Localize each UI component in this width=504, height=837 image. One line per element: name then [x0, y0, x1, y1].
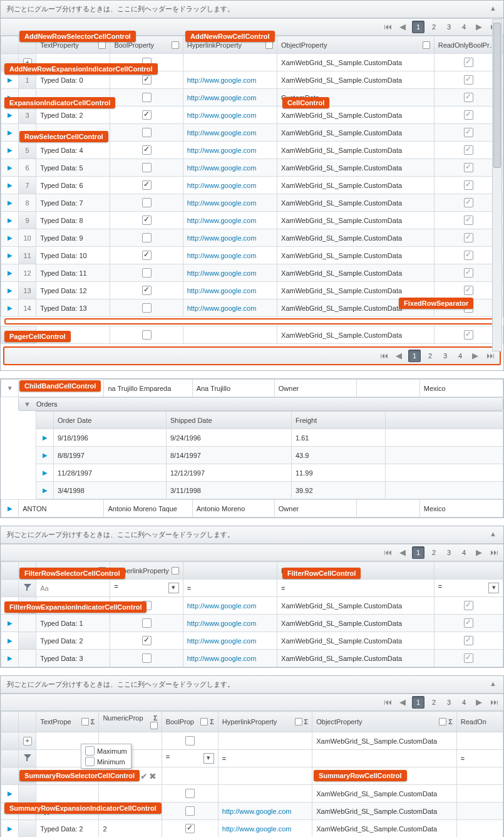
cell-text[interactable]: Typed Data: 2: [36, 107, 110, 124]
cell-object[interactable]: XamWebGrid_SL_Sample.CustomData: [277, 107, 435, 124]
expand-icon[interactable]: ▶: [43, 469, 48, 476]
table-row[interactable]: ▶9/18/19969/24/19961.61: [36, 429, 503, 447]
expand-icon[interactable]: ▶: [8, 252, 13, 259]
cell-shipped[interactable]: 12/12/1997: [167, 464, 292, 482]
cell-hyper[interactable]: [218, 785, 312, 803]
cell-freight[interactable]: 1.61: [292, 429, 386, 447]
expand-cell[interactable]: ▶: [1, 159, 19, 177]
pager-page[interactable]: 4: [455, 350, 466, 361]
table-row[interactable]: ▶Typed Data: 2http://www.google.comXamWe…: [1, 632, 503, 650]
hyperlink[interactable]: http://www.google.com: [187, 269, 257, 277]
pager-first-icon[interactable]: ⏮: [382, 697, 393, 708]
hyperlink[interactable]: http://www.google.com: [187, 199, 257, 207]
cell-object[interactable]: XamWebGrid_SL_Sample.CustomData: [277, 194, 435, 212]
pager-first-icon[interactable]: ⏮: [378, 350, 389, 361]
table-row[interactable]: ▶11Typed Data: 10http://www.google.comXa…: [1, 247, 503, 264]
sigma-icon[interactable]: Σ: [91, 718, 95, 725]
table-row[interactable]: ▶XamWebGrid_SL_Sample.CustomData: [1, 785, 503, 803]
table-row[interactable]: ▶7Typed Data: 6http://www.google.comXamW…: [1, 177, 503, 194]
row-selector[interactable]: 10: [19, 229, 36, 247]
cell-hyper[interactable]: http://www.google.com: [218, 820, 312, 838]
summary-opt[interactable]: Minimum: [83, 756, 130, 767]
groupby-area[interactable]: 列ごとにグループ分けするときは、ここに列ヘッダーをドラッグします。 ▲: [1, 526, 503, 544]
table-row[interactable]: ▶3/4/19983/11/199839.92: [36, 482, 503, 499]
pager-last-icon[interactable]: ⏭: [485, 350, 496, 361]
cell-text[interactable]: Typed Data: 2: [36, 632, 110, 650]
expand-icon[interactable]: ▶: [8, 620, 13, 626]
expand-icon[interactable]: ▶: [8, 112, 13, 118]
pager-prev-icon[interactable]: ◀: [397, 547, 408, 558]
pin-icon[interactable]: [172, 41, 179, 49]
col-shipped[interactable]: Shipped Date: [167, 412, 292, 429]
row-selector[interactable]: 7: [19, 177, 36, 194]
pin-icon[interactable]: [200, 718, 208, 725]
cell-bool[interactable]: [110, 212, 183, 229]
cell-hyper[interactable]: http://www.google.com: [183, 107, 277, 124]
cell-object[interactable]: XamWebGrid_SL_Sample.CustomData: [277, 71, 435, 89]
expand-cell[interactable]: ▶: [1, 124, 19, 142]
hyperlink[interactable]: http://www.google.com: [187, 182, 257, 189]
pager-page[interactable]: 1: [408, 350, 421, 362]
cell-shipped[interactable]: 3/11/1998: [167, 482, 292, 499]
pin-icon[interactable]: [295, 718, 302, 725]
filter-object[interactable]: =: [277, 580, 435, 597]
pager-page[interactable]: 2: [428, 21, 440, 33]
pager-last-icon[interactable]: ⏭: [488, 547, 500, 558]
cell-shipped[interactable]: 9/24/1996: [167, 429, 292, 447]
filter-row[interactable]: = =▾ = =: [1, 750, 503, 767]
table-row[interactable]: ▶Typed Data: 1http://www.google.comXamWe…: [1, 615, 503, 632]
sigma-icon[interactable]: Σ: [304, 718, 309, 725]
cell-object[interactable]: XamWebGrid_SL_Sample.CustomData: [277, 124, 435, 142]
addnew-object[interactable]: XamWebGrid_SL_Sample.CustomData: [277, 54, 435, 71]
sigma-icon[interactable]: Σ: [153, 714, 158, 722]
cell-object[interactable]: XamWebGrid_SL_Sample.CustomData: [277, 615, 435, 632]
col-hyper[interactable]: HyperlinkPropertyΣ: [218, 712, 312, 732]
expand-cell[interactable]: ▶: [1, 177, 19, 194]
cell-bool[interactable]: [110, 107, 183, 124]
pin-icon[interactable]: [423, 41, 430, 49]
pager-page[interactable]: 3: [443, 21, 455, 33]
cell-hyper[interactable]: http://www.google.com: [183, 89, 277, 107]
expand-cell[interactable]: ▶: [1, 229, 19, 247]
pager-first-icon[interactable]: ⏮: [382, 547, 393, 558]
cell-bool[interactable]: [110, 177, 183, 194]
filter-text[interactable]: Aa: [36, 580, 110, 597]
summary-exp-cell[interactable]: [1, 767, 19, 785]
col-num[interactable]: NumericPropΣ: [99, 712, 162, 732]
pin-icon[interactable]: [150, 722, 158, 729]
cell-bool[interactable]: [110, 650, 183, 667]
cell-hyper[interactable]: http://www.google.com: [183, 597, 277, 615]
hyperlink[interactable]: http://www.google.com: [187, 252, 257, 259]
expand-cell[interactable]: ▶: [1, 299, 19, 317]
cell-object[interactable]: XamWebGrid_SL_Sample.CustomData: [277, 597, 435, 615]
cell-hyper[interactable]: http://www.google.com: [183, 632, 277, 650]
filter-selector-cell[interactable]: [19, 580, 36, 597]
pager-page[interactable]: 3: [440, 350, 451, 361]
cell-object[interactable]: XamWebGrid_SL_Sample.CustomData: [277, 650, 435, 667]
cell-text[interactable]: Typed Data: 7: [36, 194, 110, 212]
expand-cell[interactable]: ▶: [1, 247, 19, 264]
pager-next-icon[interactable]: ▶: [470, 350, 481, 361]
expand-icon[interactable]: ▶: [43, 434, 48, 441]
addnew-row[interactable]: + XamWebGrid_SL_Sample.CustomData: [1, 732, 503, 750]
cell-orderdate[interactable]: 3/4/1998: [54, 482, 167, 499]
row-selector[interactable]: 13: [19, 282, 36, 299]
cell-bool[interactable]: [110, 615, 183, 632]
table-row[interactable]: ▶6Typed Data: 5http://www.google.comXamW…: [1, 159, 503, 177]
col-text[interactable]: TextPropeΣ: [36, 712, 99, 732]
cell-bool[interactable]: [110, 247, 183, 264]
filter-op-icon[interactable]: ▾: [168, 583, 179, 593]
expand-icon[interactable]: ▶: [8, 790, 13, 797]
cell-object[interactable]: XamWebGrid_SL_Sample.CustomData: [277, 229, 435, 247]
cell-num[interactable]: 2: [99, 820, 162, 838]
table-row[interactable]: ▶8Typed Data: 7http://www.google.comXamW…: [1, 194, 503, 212]
expand-icon[interactable]: ▶: [8, 269, 13, 276]
fixed-addnew-row[interactable]: + XamWebGrid_SL_Sample.CustomData: [1, 326, 503, 344]
cell-object[interactable]: XamWebGrid_SL_Sample.CustomData: [277, 632, 435, 650]
cell-object[interactable]: XamWebGrid_SL_Sample.CustomData: [277, 264, 435, 282]
groupby-area[interactable]: 列ごとにグループ分けするときは、ここに列ヘッダーをドラッグします。 ▲: [1, 676, 503, 694]
row-selector[interactable]: 12: [19, 264, 36, 282]
table-row[interactable]: ▶11/28/199712/12/199711.99: [36, 464, 503, 482]
pager-prev-icon[interactable]: ◀: [397, 21, 408, 33]
cell-text[interactable]: Typed Data: 2: [36, 820, 99, 838]
